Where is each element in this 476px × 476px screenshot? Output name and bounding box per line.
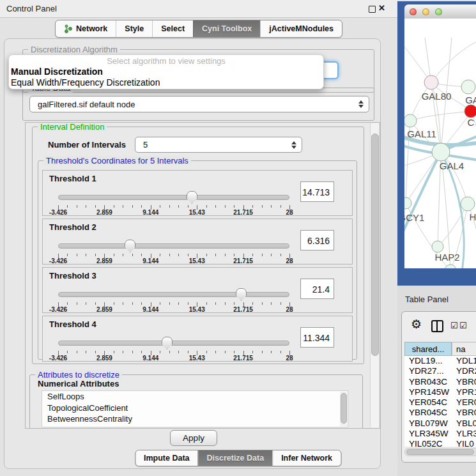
control-panel-tab-bar: Network Style Select Cyni Toolbox jActiv… <box>55 20 342 38</box>
table-cell: YDR27... <box>404 366 452 376</box>
tab-impute-data[interactable]: Impute Data <box>135 450 198 466</box>
threshold-slider[interactable]: -3.4262.8599.14415.4321.71528 <box>58 190 289 214</box>
network-node-label: GA <box>465 95 476 105</box>
number-of-intervals-label: Number of Intervals <box>48 140 126 150</box>
table-cell: YPR145W <box>404 387 452 397</box>
slider-track[interactable] <box>58 195 289 200</box>
table-row[interactable]: YBR045CYBR0 <box>404 408 476 418</box>
network-canvas[interactable]: GAL80GACGAL11GAL4GCY1HHAP2 <box>404 19 476 268</box>
settings-vertical-scrollbar[interactable] <box>370 123 379 427</box>
slider-thumb-icon[interactable] <box>236 288 247 301</box>
tab-select[interactable]: Select <box>152 20 193 37</box>
threshold-slider[interactable]: -3.4262.8599.14415.4321.71528 <box>58 335 289 360</box>
network-node <box>432 241 443 252</box>
dropdown-option-equal-width-frequency[interactable]: Equal Width/Frequency Discretization <box>9 77 323 88</box>
tab-cyni-toolbox[interactable]: Cyni Toolbox <box>193 20 260 37</box>
network-node <box>404 197 411 209</box>
table-data-combobox[interactable]: galFiltered.sif default node <box>29 96 369 112</box>
attribute-list-item[interactable]: BetweennessCentrality <box>42 413 348 425</box>
threshold-panel: Threshold 1 -3.4262.8599.14415.4321.7152… <box>42 170 353 216</box>
network-node <box>424 75 438 89</box>
algorithm-dropdown-popup: Select algorithm to view settings Manual… <box>8 54 324 89</box>
table-cell: YDR2 <box>452 366 476 376</box>
table-horizontal-scrollbar[interactable] <box>404 448 476 456</box>
network-edge <box>406 152 441 203</box>
table-row[interactable]: YIL052CYIL0 <box>404 439 476 447</box>
threshold-label: Threshold 4 <box>49 319 96 329</box>
threshold-label: Threshold 2 <box>49 222 96 232</box>
slider-thumb-icon[interactable] <box>125 240 135 252</box>
tab-infer-network[interactable]: Infer Network <box>272 450 341 466</box>
column-header-name[interactable]: na <box>452 342 476 356</box>
attribute-list-item[interactable]: SelfLoops <box>42 391 348 403</box>
attributes-group: Attributes to discretize Numerical Attri… <box>29 374 363 429</box>
application-window: Control Panel ✕ Network Style Select Cyn… <box>0 0 476 476</box>
threshold-value-field[interactable]: 6.316 <box>300 230 334 250</box>
checkbox-icon[interactable]: ☑ <box>450 321 458 330</box>
checkbox-icon[interactable]: ☑ <box>459 321 467 330</box>
network-icon <box>64 24 72 33</box>
column-header-shared-name[interactable]: shared... <box>404 342 452 356</box>
cyni-bottom-tab-bar: Impute Data Discretize Data Infer Networ… <box>135 450 341 466</box>
table-row[interactable]: YPR145WYPR1 <box>404 387 476 397</box>
table-panel-title: Table Panel <box>405 295 449 304</box>
number-of-intervals-combobox[interactable]: 5 <box>135 137 302 153</box>
zoom-traffic-light-icon[interactable] <box>435 8 442 15</box>
network-view-window: GAL80GACGAL11GAL4GCY1HHAP2 <box>397 1 476 286</box>
numerical-attributes-list[interactable]: SelfLoopsTopologicalCoefficientBetweenne… <box>42 390 348 427</box>
table-cell: YBL0 <box>452 418 476 429</box>
threshold-slider[interactable]: -3.4262.8599.14415.4321.71528 <box>58 287 289 311</box>
tab-style[interactable]: Style <box>116 20 152 37</box>
table-cell: YER0 <box>452 397 476 408</box>
close-icon[interactable]: ✕ <box>378 3 385 13</box>
table-cell: YLR345W <box>404 429 452 439</box>
dropdown-option-manual-discretization[interactable]: Manual Discretization <box>9 66 323 77</box>
attribute-list-item[interactable]: TopologicalCoefficient <box>42 403 348 414</box>
table-cell: YDL19... <box>404 356 452 366</box>
network-node <box>432 143 450 161</box>
cyni-toolbox-panel: Discretization Algorithm Select algorith… <box>4 38 381 469</box>
table-panel-container: ⚙ ☑ ☑ shared... na YDL19...YDL1YDR27...Y… <box>401 311 476 463</box>
network-graph: GAL80GACGAL11GAL4GCY1HHAP2 <box>404 19 476 268</box>
table-row[interactable]: YLR345WYLR3 <box>404 429 476 439</box>
slider-track[interactable] <box>58 341 289 346</box>
table-body[interactable]: YDL19...YDL1YDR27...YDR2YBR043CYBR0YPR14… <box>404 356 476 447</box>
float-window-icon[interactable] <box>369 6 376 13</box>
slider-track[interactable] <box>58 243 289 249</box>
table-row[interactable]: YDL19...YDL1 <box>404 356 476 366</box>
combo-spinner-icon <box>358 100 364 108</box>
slider-track[interactable] <box>58 292 289 297</box>
table-row[interactable]: YDR27...YDR2 <box>404 366 476 376</box>
table-cell: YBR043C <box>404 377 452 387</box>
thresholds-group: Threshold's Coordinates for 5 Intervals … <box>38 160 357 360</box>
tab-discretize-data[interactable]: Discretize Data <box>198 450 273 466</box>
table-cell: YBR0 <box>452 408 476 418</box>
table-cell: YIL0 <box>452 439 476 447</box>
numerical-attributes-label: Numerical Attributes <box>38 379 119 388</box>
minimize-traffic-light-icon[interactable] <box>422 8 429 15</box>
network-node <box>464 105 476 118</box>
threshold-value-field[interactable]: 11.344 <box>300 327 334 348</box>
apply-button[interactable]: Apply <box>170 430 217 446</box>
tab-network[interactable]: Network <box>56 20 116 37</box>
network-node <box>404 114 417 127</box>
tab-jactivemnodules[interactable]: jActiveMNodules <box>260 20 342 37</box>
gear-icon[interactable]: ⚙ <box>411 318 422 332</box>
network-node-label: GAL4 <box>440 160 464 171</box>
slider-thumb-icon[interactable] <box>187 191 197 204</box>
table-row[interactable]: YBR043CYBR0 <box>404 377 476 387</box>
tab-network-label: Network <box>76 24 107 33</box>
network-node-label: GAL80 <box>422 91 452 102</box>
algorithm-dropdown-placeholder: Select algorithm to view settings <box>9 56 323 66</box>
threshold-value-field[interactable]: 21.4 <box>300 279 334 299</box>
attributes-list-scrollbar[interactable] <box>340 392 347 426</box>
network-window-titlebar[interactable] <box>404 4 476 19</box>
threshold-slider[interactable]: -3.4262.8599.14415.4321.71528 <box>58 238 289 263</box>
table-data-group: Table Data galFiltered.sif default node <box>22 88 374 121</box>
threshold-value-field[interactable]: 14.713 <box>300 181 334 202</box>
table-row[interactable]: YER054CYER0 <box>404 397 476 408</box>
table-row[interactable]: YBL079WYBL0 <box>404 418 476 429</box>
close-traffic-light-icon[interactable] <box>410 8 417 15</box>
column-selector-icon[interactable] <box>431 320 443 332</box>
slider-thumb-icon[interactable] <box>162 337 173 349</box>
